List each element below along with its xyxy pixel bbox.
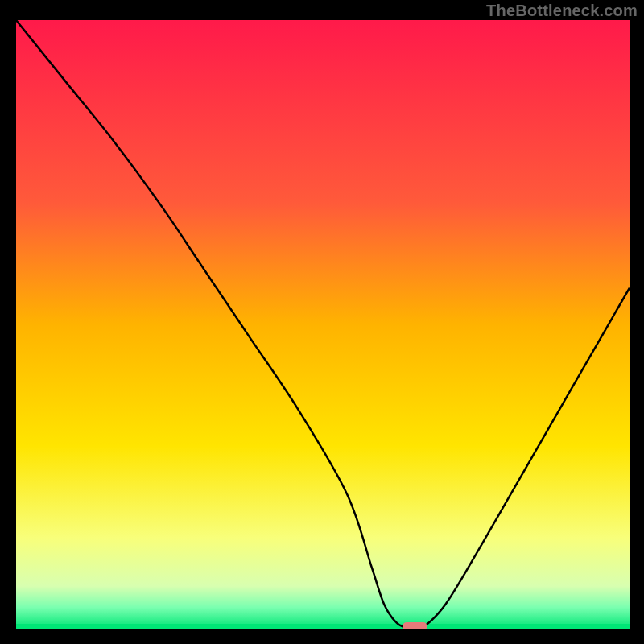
gradient-background xyxy=(16,20,630,629)
watermark-text: TheBottleneck.com xyxy=(486,2,638,20)
bottleneck-chart xyxy=(16,20,630,629)
chart-frame: TheBottleneck.com xyxy=(0,0,644,644)
optimal-marker xyxy=(402,622,427,629)
plot-area xyxy=(16,20,630,629)
